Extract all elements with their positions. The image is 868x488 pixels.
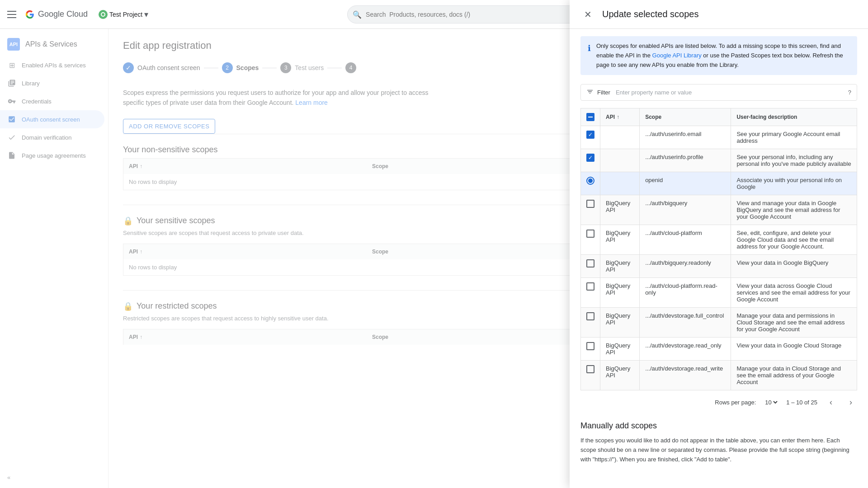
pagination-range: 1 – 10 of 25 <box>786 399 817 406</box>
row-scope: .../auth/devstorage.full_control <box>640 308 731 338</box>
row-checkbox-cell <box>581 308 600 338</box>
row-scope: openid <box>640 172 731 195</box>
row-description: Manage your data and permissions in Clou… <box>731 308 857 338</box>
row-api: BigQuery API <box>600 255 640 278</box>
row-description: See, edit, configure, and delete your Go… <box>731 225 857 255</box>
row-api: BigQuery API <box>600 195 640 225</box>
row-checkbox[interactable] <box>586 365 594 373</box>
scopes-table: API ↑ Scope User-facing description .../… <box>580 108 857 390</box>
filter-input[interactable] <box>616 89 844 96</box>
overlay-backdrop <box>0 29 570 488</box>
select-all-checkbox[interactable] <box>586 113 594 121</box>
row-checkbox[interactable] <box>586 282 594 291</box>
row-checkbox-cell <box>581 361 600 390</box>
row-checkbox[interactable] <box>586 177 594 185</box>
row-scope: .../auth/bigquery.readonly <box>640 255 731 278</box>
scope-table-body: .../auth/userinfo.emailSee your primary … <box>581 126 857 390</box>
row-scope: .../auth/cloud-platform.read-only <box>640 278 731 308</box>
row-scope: .../auth/userinfo.email <box>640 126 731 149</box>
row-api <box>600 172 640 195</box>
row-checkbox[interactable] <box>586 312 594 320</box>
table-row: BigQuery API.../auth/cloud-platform.read… <box>581 278 857 308</box>
pagination-next-button[interactable]: › <box>844 396 857 408</box>
project-dropdown-icon: ▾ <box>144 9 148 19</box>
rows-per-page-select[interactable]: 10 25 50 <box>763 399 779 406</box>
row-api: BigQuery API <box>600 361 640 390</box>
overlay-panel: ✕ Update selected scopes ℹ Only scopes f… <box>570 29 868 488</box>
menu-icon[interactable] <box>7 9 18 20</box>
search-icon: 🔍 <box>353 10 362 19</box>
pagination-prev-button[interactable]: ‹ <box>825 396 837 408</box>
row-description: View your data in Google Cloud Storage <box>731 338 857 361</box>
row-scope: .../auth/userinfo.profile <box>640 149 731 172</box>
filter-icon <box>586 88 594 97</box>
row-scope: .../auth/cloud-platform <box>640 225 731 255</box>
table-row: BigQuery API.../auth/bigqueryView and ma… <box>581 195 857 225</box>
th-api-sort[interactable]: API ↑ <box>606 114 634 120</box>
table-row: BigQuery API.../auth/devstorage.read_wri… <box>581 361 857 390</box>
row-checkbox[interactable] <box>586 342 594 350</box>
row-checkbox-cell <box>581 278 600 308</box>
info-icon: ℹ <box>588 42 591 70</box>
th-description: User-facing description <box>731 108 857 126</box>
table-row: openidAssociate you with your personal i… <box>581 172 857 195</box>
row-description: View your data across Google Cloud servi… <box>731 278 857 308</box>
th-scope: Scope <box>640 108 731 126</box>
row-api <box>600 149 640 172</box>
row-description: See your primary Google Account email ad… <box>731 126 857 149</box>
row-scope: .../auth/devstorage.read_write <box>640 361 731 390</box>
filter-help-icon[interactable]: ? <box>848 89 851 96</box>
overlay-body: ℹ Only scopes for enabled APIs are liste… <box>570 29 868 488</box>
table-row: BigQuery API.../auth/devstorage.read_onl… <box>581 338 857 361</box>
google-logo-icon <box>25 10 34 19</box>
row-api: BigQuery API <box>600 308 640 338</box>
rows-per-page-label: Rows per page: <box>715 399 756 406</box>
row-checkbox[interactable] <box>586 131 594 139</box>
row-api: BigQuery API <box>600 278 640 308</box>
table-row: .../auth/userinfo.emailSee your primary … <box>581 126 857 149</box>
manual-scopes-section: Manually add scopes If the scopes you wo… <box>580 421 857 464</box>
pagination: Rows per page: 10 25 50 1 – 10 of 25 ‹ › <box>580 390 857 414</box>
row-api: BigQuery API <box>600 338 640 361</box>
row-scope: .../auth/bigquery <box>640 195 731 225</box>
row-checkbox[interactable] <box>586 230 594 238</box>
row-scope: .../auth/devstorage.read_only <box>640 338 731 361</box>
row-description: View and manage your data in Google BigQ… <box>731 195 857 225</box>
google-cloud-logo[interactable]: Google Cloud <box>25 9 88 19</box>
row-api <box>600 126 640 149</box>
row-checkbox-cell <box>581 126 600 149</box>
row-description: Associate you with your personal info on… <box>731 172 857 195</box>
row-checkbox-cell <box>581 255 600 278</box>
row-checkbox-cell <box>581 195 600 225</box>
project-icon <box>99 10 108 19</box>
row-checkbox[interactable] <box>586 154 594 162</box>
api-sort-icon: ↑ <box>617 114 619 120</box>
row-description: Manage your data in Cloud Storage and se… <box>731 361 857 390</box>
table-row: .../auth/userinfo.profileSee your person… <box>581 149 857 172</box>
table-row: BigQuery API.../auth/bigquery.readonlyVi… <box>581 255 857 278</box>
manual-scopes-desc: If the scopes you would like to add do n… <box>580 436 857 464</box>
row-checkbox-cell <box>581 225 600 255</box>
project-selector[interactable]: Test Project ▾ <box>95 8 152 21</box>
filter-bar: Filter ? <box>580 84 857 101</box>
google-cloud-text: Google Cloud <box>38 9 88 19</box>
info-box: ℹ Only scopes for enabled APIs are liste… <box>580 36 857 75</box>
th-checkbox <box>581 108 600 126</box>
table-row: BigQuery API.../auth/devstorage.full_con… <box>581 308 857 338</box>
project-name: Test Project <box>109 11 142 18</box>
row-checkbox[interactable] <box>586 259 594 267</box>
table-row: BigQuery API.../auth/cloud-platformSee, … <box>581 225 857 255</box>
row-checkbox-cell <box>581 338 600 361</box>
manual-scopes-title: Manually add scopes <box>580 421 857 431</box>
row-description: See your personal info, including any pe… <box>731 149 857 172</box>
filter-label: Filter <box>597 89 610 96</box>
row-checkbox-cell <box>581 172 600 195</box>
table-header-row: API ↑ Scope User-facing description <box>581 108 857 126</box>
google-api-library-link[interactable]: Google API Library <box>652 52 702 59</box>
row-checkbox[interactable] <box>586 200 594 208</box>
row-description: View your data in Google BigQuery <box>731 255 857 278</box>
row-api: BigQuery API <box>600 225 640 255</box>
main-layout: API APIs & Services ⊞ Enabled APIs & ser… <box>0 29 868 488</box>
row-checkbox-cell <box>581 149 600 172</box>
info-text: Only scopes for enabled APIs are listed … <box>596 42 850 70</box>
